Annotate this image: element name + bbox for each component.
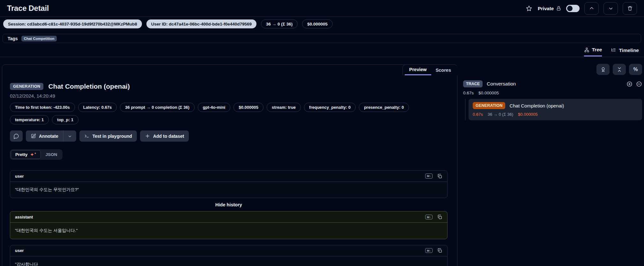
observation-header: GENERATION Chat Completion (openai) — [10, 83, 449, 90]
message-user-2: user M↓ "감사합니다 " — [10, 245, 448, 266]
annotate-split-button: Annotate — [26, 130, 76, 142]
scores-toggle-button[interactable] — [596, 64, 610, 75]
node-cost: $0.000005 — [518, 112, 537, 117]
json-toggle[interactable]: JSON — [41, 150, 62, 159]
generation-badge: GENERATION — [473, 102, 505, 109]
markdown-toggle-icon[interactable]: M↓ — [425, 174, 433, 179]
message-content: "대한민국의 수도는 서울입니다." — [10, 223, 447, 239]
metrics-toggle-button[interactable]: % — [629, 64, 642, 75]
messages-section: user M↓ "대한민국의 수도는 무엇인가요?" Hide history … — [10, 170, 448, 266]
observation-panel: Preview Scores GENERATION Chat Completio… — [2, 64, 457, 266]
lock-icon — [556, 6, 561, 11]
actions-row: Annotate Test in playground Add to datas… — [10, 130, 449, 142]
message-header: user M↓ — [10, 245, 447, 256]
metric-badge: top_p: 1 — [52, 115, 78, 124]
annotate-dropdown-button[interactable] — [63, 130, 76, 142]
metric-badge: $0.000005 — [233, 103, 263, 112]
tree-connector-line — [465, 99, 465, 120]
next-trace-button[interactable] — [603, 2, 618, 15]
message-role: assistant — [15, 215, 33, 219]
tag-chip[interactable]: Chat Competition — [21, 36, 57, 41]
tab-tree[interactable]: Tree — [584, 47, 602, 56]
metric-badge: 36 prompt → 0 completion (Σ 36) — [120, 103, 194, 112]
message-header: assistant M↓ — [10, 211, 447, 223]
tags-box: Tags Chat Competition — [3, 34, 641, 43]
collapse-all-button[interactable] — [613, 64, 626, 75]
chevron-down-icon — [608, 5, 614, 11]
expand-all-icon[interactable] — [626, 81, 633, 87]
annotate-button[interactable]: Annotate — [26, 130, 63, 142]
trace-type-badge: TRACE — [463, 80, 483, 87]
edit-icon — [31, 133, 36, 139]
comment-button[interactable] — [10, 130, 23, 142]
comment-icon — [13, 133, 19, 139]
format-toggle: Pretty ✦✦ JSON — [10, 149, 63, 160]
top-actions: Private — [525, 2, 637, 15]
percent-icon: % — [633, 67, 638, 72]
toggle-knob — [567, 6, 573, 11]
message-header: user M↓ — [10, 171, 447, 182]
trace-tree-panel: % TRACE Conversation 0.67s $0.000005 GEN… — [462, 64, 642, 120]
session-badge[interactable]: Session: cd3abcd6-c81c-4037-935d-19d9f27… — [3, 19, 142, 28]
timeline-icon — [611, 48, 616, 53]
panel-tabs: Preview Scores — [403, 64, 457, 75]
collapse-node-icon[interactable] — [636, 81, 642, 87]
chevron-up-icon — [589, 5, 595, 11]
trace-expand-controls — [626, 81, 642, 87]
trace-metrics: 0.67s $0.000005 — [462, 91, 642, 95]
copy-icon[interactable] — [437, 214, 442, 220]
tab-preview[interactable]: Preview — [405, 65, 431, 75]
markdown-toggle-icon[interactable]: M↓ — [425, 248, 433, 253]
message-content: "대한민국의 수도는 무엇인가요?" — [10, 182, 447, 198]
pretty-toggle[interactable]: Pretty ✦✦ — [11, 150, 41, 159]
trash-icon — [627, 5, 633, 11]
test-in-playground-button[interactable]: Test in playground — [79, 130, 137, 142]
metric-badges: Time to first token: -423.00s Latency: 0… — [10, 103, 449, 124]
star-icon[interactable] — [525, 4, 533, 12]
tab-timeline[interactable]: Timeline — [611, 47, 639, 56]
page-title: Trace Detail — [7, 4, 49, 13]
copy-icon[interactable] — [437, 174, 442, 179]
message-tools: M↓ — [425, 174, 442, 179]
tree-icon — [584, 47, 589, 53]
chevrons-collapse-icon — [617, 67, 622, 72]
award-icon — [600, 67, 606, 72]
copy-icon[interactable] — [437, 248, 442, 253]
generation-node[interactable]: GENERATION Chat Completion (openai) 0.67… — [469, 99, 642, 120]
trace-latency: 0.67s — [463, 91, 474, 95]
sparkles-icon: ✦✦ — [30, 152, 36, 157]
hide-history-button[interactable]: Hide history — [215, 198, 242, 211]
node-tokens: 36 → 0 (Σ 36) — [488, 112, 513, 117]
markdown-toggle-icon[interactable]: M↓ — [425, 215, 433, 220]
message-tools: M↓ — [425, 214, 442, 220]
tabs-divider — [0, 57, 644, 57]
trace-root-row[interactable]: TRACE Conversation — [462, 80, 642, 87]
message-user-1: user M↓ "대한민국의 수도는 무엇인가요?" — [10, 170, 448, 198]
metric-badge: Time to first token: -423.00s — [10, 103, 75, 112]
message-role: user — [15, 174, 24, 179]
add-to-dataset-button[interactable]: Add to dataset — [140, 130, 189, 142]
message-tools: M↓ — [425, 248, 442, 253]
user-id-badge[interactable]: User ID: dc47a41e-06bc-400d-bde1-f0e440d… — [146, 19, 256, 28]
tags-label: Tags — [8, 36, 18, 41]
message-role: user — [15, 248, 24, 253]
plus-icon — [145, 133, 150, 139]
tree-toolbar: % — [462, 64, 642, 75]
trace-cost: $0.000005 — [478, 91, 499, 95]
node-latency: 0.67s — [473, 112, 483, 117]
delete-trace-button[interactable] — [623, 2, 637, 15]
metric-badge: temperature: 1 — [10, 115, 49, 124]
node-title-row: GENERATION Chat Completion (openai) — [473, 102, 638, 109]
tokens-badge: 36 → 0 (Σ 36) — [261, 19, 298, 28]
chevron-down-icon — [68, 134, 72, 138]
node-metrics-row: 0.67s 36 → 0 (Σ 36) $0.000005 — [473, 112, 638, 117]
metric-badge: Latency: 0.67s — [78, 103, 117, 112]
previous-trace-button[interactable] — [584, 2, 599, 15]
observation-timestamp: 02/12/2024, 14:20:49 — [10, 93, 449, 99]
tree-node-wrap: GENERATION Chat Completion (openai) 0.67… — [462, 99, 642, 120]
observation-title: Chat Completion (openai) — [48, 83, 130, 90]
privacy-toggle[interactable] — [566, 5, 580, 12]
tab-scores[interactable]: Scores — [431, 65, 455, 75]
metric-badge: frequency_penalty: 0 — [304, 103, 356, 112]
trace-title: Conversation — [487, 81, 516, 87]
